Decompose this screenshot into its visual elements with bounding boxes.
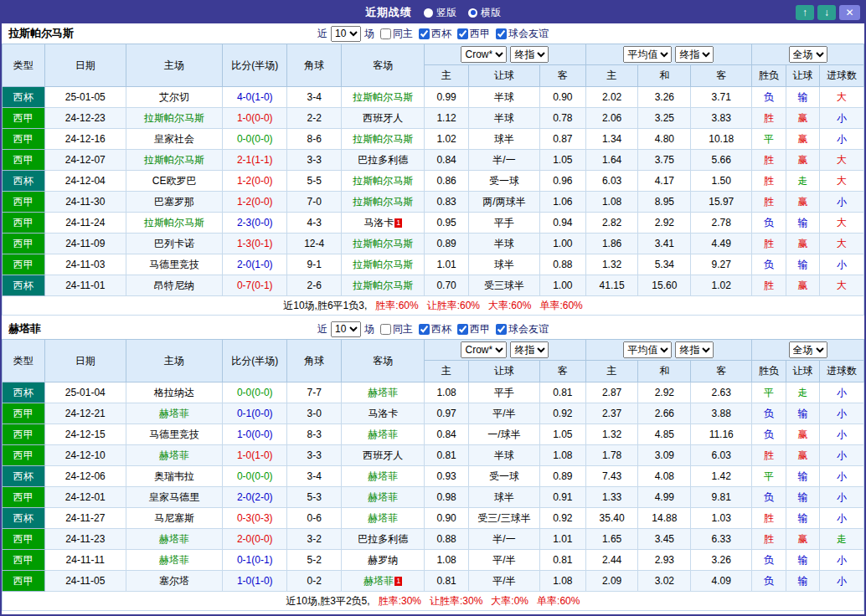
date-cell: 24-12-16 (44, 129, 126, 150)
avg-draw-odds: 4.08 (638, 466, 691, 487)
radio-vertical-label: 竖版 (436, 6, 456, 20)
goals-result-cell: 大 (820, 87, 864, 108)
team-section: 赫塔菲近10场同主西杯西甲球会友谊类型日期主场比分(半场)角球客场Crow*终指… (2, 319, 864, 611)
match-row: 西甲24-11-23赫塔菲2-0(0-0)3-2巴拉多利德0.88半/一1.01… (3, 529, 864, 550)
team-name-text: 马德里竞技 (149, 259, 199, 270)
handicap-line: 半/一 (468, 150, 539, 171)
result-cell: 平 (752, 466, 786, 487)
column-header: 比分(半场) (223, 340, 287, 382)
match-row: 西杯24-12-04CE欧罗巴1-2(0-0)5-5拉斯帕尔马斯0.86受一球0… (3, 171, 864, 192)
match-row: 西甲24-12-07拉斯帕尔马斯2-1(1-1)3-3巴拉多利德0.84半/一1… (3, 150, 864, 171)
scope-select[interactable]: 全场 (789, 341, 827, 358)
result-cell: 胜 (752, 234, 786, 254)
handicap-line: 平/半 (468, 571, 539, 592)
score-cell: 1-2(0-0) (223, 192, 287, 213)
handicap-away-odds: 1.06 (540, 192, 586, 213)
home-team-cell: 昂特尼纳 (126, 275, 222, 296)
handicap-home-odds: 1.12 (425, 108, 469, 129)
filter-checkbox-input[interactable] (380, 28, 391, 39)
final-odds-select[interactable]: 终指 (675, 341, 714, 358)
handicap-result-cell: 赢 (786, 150, 820, 171)
column-header: 主场 (126, 44, 222, 87)
layout-radio-horizontal[interactable]: 横版 (468, 6, 501, 20)
filter-checkbox-0[interactable]: 同主 (380, 27, 413, 41)
average-select[interactable]: 平均值 (623, 46, 672, 63)
team-section: 拉斯帕尔马斯近10场同主西杯西甲球会友谊类型日期主场比分(半场)角球客场Crow… (2, 23, 864, 316)
results-table: 类型日期主场比分(半场)角球客场Crow*终指平均值终指全场主让球客主和客胜负让… (2, 339, 864, 611)
date-cell: 24-12-23 (44, 108, 126, 129)
away-team-cell: 赫塔菲 (342, 382, 425, 403)
away-team-cell: 拉斯帕尔马斯 (342, 87, 425, 108)
sub-column-header: 进球数 (820, 65, 864, 87)
handicap-result-cell: 赢 (786, 445, 820, 466)
filter-checkbox-3[interactable]: 球会友谊 (496, 27, 549, 41)
avg-home-odds: 2.37 (585, 403, 638, 424)
filter-checkbox-1[interactable]: 西杯 (419, 27, 451, 41)
titlebar-center: 近期战绩 竖版 横版 (365, 5, 501, 20)
score-cell: 4-0(1-0) (223, 87, 287, 108)
move-down-button[interactable]: ↓ (817, 5, 836, 20)
match-row: 西甲24-12-10赫塔菲1-0(1-0)3-3西班牙人0.81半球1.081.… (3, 445, 864, 466)
filter-checkbox-input[interactable] (457, 28, 468, 39)
handicap-line: 半球 (468, 108, 539, 129)
filter-checkbox-input[interactable] (419, 324, 430, 335)
section-filter-row: 拉斯帕尔马斯近10场同主西杯西甲球会友谊 (2, 23, 864, 44)
goals-result-cell: 小 (820, 508, 864, 529)
filter-checkbox-label: 同主 (393, 322, 413, 336)
avg-away-odds: 3.26 (691, 550, 752, 571)
away-team-cell: 西班牙人 (342, 108, 425, 129)
date-cell: 24-11-11 (44, 550, 126, 571)
avg-away-odds: 6.03 (691, 445, 752, 466)
filter-checkbox-1[interactable]: 西杯 (419, 322, 451, 336)
bookmaker-select[interactable]: Crow* (461, 46, 507, 63)
handicap-result-cell: 赢 (786, 275, 820, 296)
corners-cell: 3-0 (287, 403, 342, 424)
move-up-button[interactable]: ↑ (796, 5, 814, 20)
date-cell: 24-11-27 (44, 508, 126, 529)
layout-radio-vertical[interactable]: 竖版 (424, 6, 456, 20)
widget-title: 近期战绩 (365, 5, 412, 20)
corners-cell: 3-3 (287, 150, 342, 171)
filter-checkbox-2[interactable]: 西甲 (457, 322, 490, 336)
scope-select[interactable]: 全场 (789, 46, 827, 63)
filter-checkbox-input[interactable] (496, 324, 507, 335)
section-filter-row: 赫塔菲近10场同主西杯西甲球会友谊 (2, 319, 864, 339)
result-cell: 胜 (752, 192, 786, 213)
final-odds-select[interactable]: 终指 (675, 46, 714, 63)
avg-away-odds: 3.71 (691, 87, 752, 108)
avg-draw-odds: 2.93 (638, 550, 691, 571)
avg-draw-odds: 2.66 (638, 403, 691, 424)
filter-checkbox-input[interactable] (419, 28, 430, 39)
filter-checkbox-input[interactable] (380, 324, 391, 335)
filter-checkbox-3[interactable]: 球会友谊 (496, 322, 549, 336)
handicap-away-odds: 0.91 (540, 487, 586, 508)
recent-count-select[interactable]: 10 (331, 321, 361, 337)
score-cell: 2-1(1-1) (223, 150, 287, 171)
corners-cell: 3-4 (287, 87, 342, 108)
avg-away-odds: 1.42 (691, 466, 752, 487)
avg-away-odds: 11.16 (691, 424, 752, 445)
bookmaker-select[interactable]: Crow* (461, 341, 507, 358)
goals-result-cell: 小 (820, 403, 864, 424)
match-row: 西甲24-11-05塞尔塔1-0(1-0)0-2赫塔菲10.81平/半1.082… (3, 571, 864, 592)
date-cell: 24-12-15 (44, 424, 126, 445)
handicap-away-odds: 0.92 (540, 508, 586, 529)
avg-away-odds: 6.33 (691, 529, 752, 550)
close-button[interactable]: ✕ (839, 5, 860, 20)
filter-checkbox-2[interactable]: 西甲 (457, 27, 490, 41)
column-header: 客场 (342, 44, 425, 87)
handicap-line: 受一球 (468, 466, 539, 487)
average-select[interactable]: 平均值 (623, 341, 672, 358)
match-row: 西杯25-01-05艾尔切4-0(1-0)3-4拉斯帕尔马斯0.99半球0.90… (3, 87, 864, 108)
filter-checkbox-0[interactable]: 同主 (380, 322, 413, 336)
team-name-text: 赫塔菲 (159, 533, 189, 545)
filter-checkbox-input[interactable] (457, 324, 468, 335)
sub-column-header: 客 (691, 361, 752, 382)
goals-result-cell: 小 (820, 550, 864, 571)
final-odds-select[interactable]: 终指 (510, 46, 549, 63)
filter-checkbox-input[interactable] (496, 28, 507, 39)
recent-count-select[interactable]: 10 (331, 26, 361, 42)
away-team-cell: 拉斯帕尔马斯 (342, 234, 425, 254)
date-cell: 25-01-05 (44, 87, 126, 108)
final-odds-select[interactable]: 终指 (510, 341, 549, 358)
